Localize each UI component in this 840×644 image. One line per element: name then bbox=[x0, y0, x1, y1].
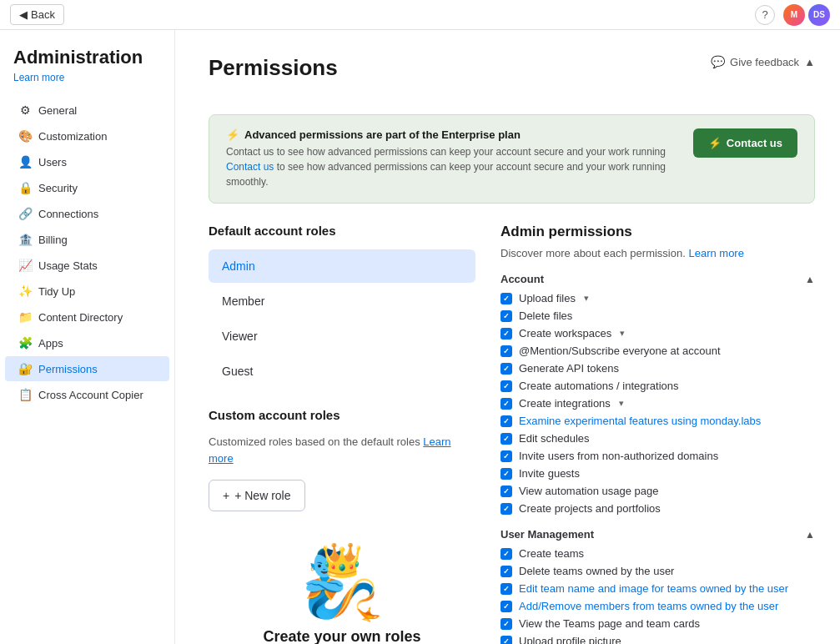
checkbox-create-projects[interactable] bbox=[500, 503, 512, 515]
sidebar-item-general[interactable]: ⚙ General bbox=[5, 98, 169, 123]
custom-roles-desc: Customized roles based on the default ro… bbox=[209, 434, 475, 466]
sidebar-item-label: Tidy Up bbox=[38, 285, 75, 298]
checkbox-mention-subscribe[interactable] bbox=[500, 345, 512, 357]
perm-create-automations: Create automations / integrations bbox=[500, 380, 815, 392]
give-feedback-label: Give feedback bbox=[730, 56, 799, 68]
sidebar-item-label: Customization bbox=[38, 130, 107, 143]
checkbox-invite-guests[interactable] bbox=[500, 468, 512, 480]
banner-desc: Contact us to see how advanced permissio… bbox=[226, 144, 680, 189]
sidebar-item-usage-stats[interactable]: 📈 Usage Stats bbox=[5, 253, 169, 278]
sidebar-item-label: Connections bbox=[38, 208, 98, 220]
illustration-figure: 🧞 👑 bbox=[209, 536, 475, 620]
perm-upload-files: Upload files ▾ bbox=[500, 292, 815, 304]
right-column: Admin permissions Discover more about ea… bbox=[500, 224, 815, 644]
checkbox-add-remove-members[interactable] bbox=[500, 601, 512, 612]
checkbox-upload-profile-picture[interactable] bbox=[500, 636, 512, 645]
user-management-section-title: User Management bbox=[500, 528, 594, 541]
sidebar-item-tidy-up[interactable]: ✨ Tidy Up bbox=[5, 279, 169, 304]
role-item-viewer[interactable]: Viewer bbox=[209, 319, 475, 353]
sidebar-item-users[interactable]: 👤 Users bbox=[5, 149, 169, 174]
sidebar-item-label: Permissions bbox=[38, 363, 98, 375]
role-list: Admin Member Viewer Guest bbox=[209, 249, 475, 388]
checkbox-delete-teams[interactable] bbox=[500, 566, 512, 577]
perm-create-projects: Create projects and portfolios bbox=[500, 502, 815, 515]
back-label: Back bbox=[31, 8, 55, 21]
perm-upload-profile-picture: Upload profile picture bbox=[500, 635, 815, 644]
connections-icon: 🔗 bbox=[18, 207, 32, 220]
feedback-icon: 💬 bbox=[711, 55, 725, 68]
role-item-member[interactable]: Member bbox=[209, 284, 475, 318]
back-button[interactable]: ◀ Back bbox=[10, 4, 64, 25]
account-section-title: Account bbox=[500, 273, 544, 285]
lightning-icon: ⚡ bbox=[226, 128, 239, 141]
sidebar-item-apps[interactable]: 🧩 Apps bbox=[5, 330, 169, 355]
role-item-admin[interactable]: Admin bbox=[209, 249, 475, 283]
sidebar-learn-more[interactable]: Learn more bbox=[0, 72, 174, 97]
sidebar: Administration Learn more ⚙ General 🎨 Cu… bbox=[0, 30, 175, 644]
checkbox-create-workspaces[interactable] bbox=[500, 328, 512, 340]
avatar-m[interactable]: M bbox=[783, 4, 805, 26]
enterprise-banner: ⚡ Advanced permissions are part of the E… bbox=[209, 114, 815, 204]
help-icon[interactable]: ? bbox=[755, 5, 775, 25]
sidebar-item-label: General bbox=[38, 104, 77, 117]
banner-text: ⚡ Advanced permissions are part of the E… bbox=[226, 128, 680, 189]
directory-icon: 📁 bbox=[18, 310, 32, 324]
gear-icon: ⚙ bbox=[18, 103, 32, 117]
give-feedback-link[interactable]: 💬 Give feedback ▲ bbox=[711, 55, 815, 68]
checkbox-create-integrations[interactable] bbox=[500, 398, 512, 410]
permissions-icon: 🔐 bbox=[18, 362, 32, 375]
perm-generate-api: Generate API tokens bbox=[500, 362, 815, 375]
customization-icon: 🎨 bbox=[18, 129, 32, 143]
dropdown-upload-files[interactable]: ▾ bbox=[584, 293, 589, 304]
perm-invite-guests: Invite guests bbox=[500, 467, 815, 480]
dropdown-create-workspaces[interactable]: ▾ bbox=[620, 328, 625, 339]
sidebar-item-label: Content Directory bbox=[38, 311, 123, 324]
checkbox-experimental-features[interactable] bbox=[500, 415, 512, 427]
chevron-up-icon: ▲ bbox=[804, 56, 815, 68]
checkbox-generate-api[interactable] bbox=[500, 363, 512, 375]
checkbox-upload-files[interactable] bbox=[500, 293, 512, 304]
checkbox-invite-unauthorized[interactable] bbox=[500, 450, 512, 462]
admin-learn-more[interactable]: Learn more bbox=[688, 247, 743, 259]
sidebar-item-content-directory[interactable]: 📁 Content Directory bbox=[5, 304, 169, 330]
collapse-user-management-icon[interactable]: ▲ bbox=[805, 529, 815, 541]
new-role-button[interactable]: + + New role bbox=[209, 480, 305, 511]
discover-text: Discover more about each permission. Lea… bbox=[500, 247, 815, 259]
checkbox-create-automations[interactable] bbox=[500, 380, 512, 392]
checkbox-create-teams[interactable] bbox=[500, 548, 512, 560]
copy-icon: 📋 bbox=[18, 388, 32, 401]
sidebar-title: Administration bbox=[0, 47, 174, 72]
sidebar-item-connections[interactable]: 🔗 Connections bbox=[5, 201, 169, 226]
checkbox-view-teams-page[interactable] bbox=[500, 618, 512, 630]
user-management-permissions-section: User Management ▲ Create teams Delete te… bbox=[500, 528, 815, 644]
perm-delete-files: Delete files bbox=[500, 309, 815, 322]
banner-title: ⚡ Advanced permissions are part of the E… bbox=[226, 128, 680, 141]
sidebar-item-label: Cross Account Copier bbox=[38, 389, 143, 401]
two-column-layout: Default account roles Admin Member Viewe… bbox=[209, 224, 815, 644]
billing-icon: 🏦 bbox=[18, 233, 32, 246]
collapse-account-icon[interactable]: ▲ bbox=[805, 274, 815, 285]
sidebar-item-label: Users bbox=[38, 156, 67, 169]
contact-us-button[interactable]: ⚡ Contact us bbox=[693, 128, 797, 158]
avatar-ds[interactable]: DS bbox=[808, 4, 830, 26]
users-icon: 👤 bbox=[18, 155, 32, 169]
security-icon: 🔒 bbox=[18, 181, 32, 194]
left-column: Default account roles Admin Member Viewe… bbox=[209, 224, 475, 644]
sidebar-item-billing[interactable]: 🏦 Billing bbox=[5, 227, 169, 252]
sidebar-item-cross-account-copier[interactable]: 📋 Cross Account Copier bbox=[5, 382, 169, 407]
perm-mention-subscribe: @Mention/Subscribe everyone at account bbox=[500, 345, 815, 357]
main-layout: Administration Learn more ⚙ General 🎨 Cu… bbox=[0, 30, 840, 644]
perm-create-workspaces: Create workspaces ▾ bbox=[500, 327, 815, 340]
illustration-title: Create your own roles bbox=[209, 628, 475, 644]
checkbox-delete-files[interactable] bbox=[500, 310, 512, 322]
sidebar-item-security[interactable]: 🔒 Security bbox=[5, 175, 169, 200]
crown-emoji: 👑 bbox=[321, 543, 363, 576]
sidebar-item-permissions[interactable]: 🔐 Permissions bbox=[5, 356, 169, 381]
checkbox-edit-team-name[interactable] bbox=[500, 583, 512, 595]
dropdown-create-integrations[interactable]: ▾ bbox=[619, 398, 624, 409]
sidebar-item-customization[interactable]: 🎨 Customization bbox=[5, 123, 169, 148]
checkbox-edit-schedules[interactable] bbox=[500, 433, 512, 445]
checkbox-view-automation-usage[interactable] bbox=[500, 486, 512, 497]
banner-link[interactable]: Contact us bbox=[226, 161, 274, 173]
role-item-guest[interactable]: Guest bbox=[209, 355, 475, 388]
